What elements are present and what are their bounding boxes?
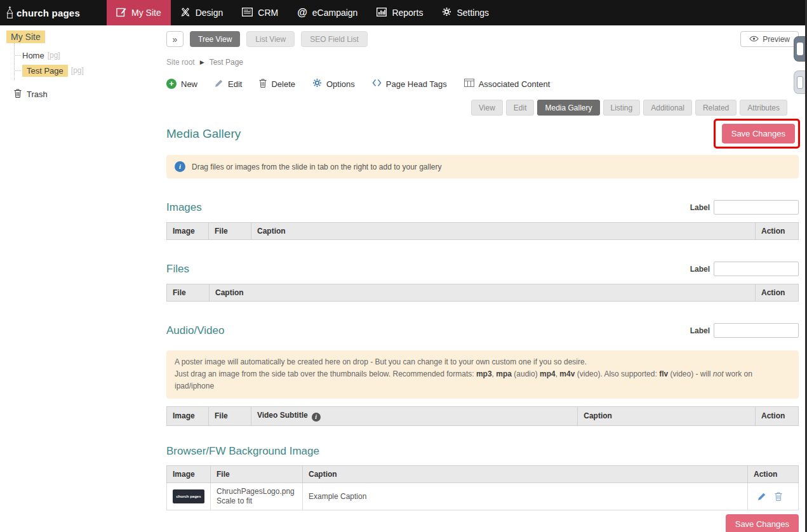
audio-video-label-input[interactable] xyxy=(714,323,799,338)
tab-additional[interactable]: Additional xyxy=(643,100,692,116)
save-changes-button-top[interactable]: Save Changes xyxy=(722,124,795,143)
list-view-button[interactable]: List View xyxy=(246,31,295,47)
tab-listing[interactable]: Listing xyxy=(603,100,641,116)
file-cell: ChruchPagesLogo.png Scale to fit xyxy=(211,482,303,510)
audio-video-label-text: Label xyxy=(690,326,710,335)
edit-button[interactable]: Edit xyxy=(215,79,242,90)
nav-crm[interactable]: CRM xyxy=(232,0,288,25)
col-video-subtitle: Video Subtitlei xyxy=(251,406,577,425)
tab-attributes[interactable]: Attributes xyxy=(740,100,787,116)
info-banner: i Drag files or images from the slide in… xyxy=(166,155,799,178)
tab-edit[interactable]: Edit xyxy=(506,100,535,116)
expand-panel-button[interactable]: » xyxy=(166,31,183,47)
associated-content-button[interactable]: Associated Content xyxy=(464,79,550,89)
reports-icon xyxy=(377,8,387,18)
trash-item[interactable]: Trash xyxy=(14,89,166,100)
col-file: File xyxy=(208,406,251,425)
files-label-text: Label xyxy=(690,265,710,274)
page-header: Media Gallery Save Changes xyxy=(166,124,799,143)
notice-line-2: Just drag an image from the side tab ove… xyxy=(175,368,790,392)
col-action: Action xyxy=(748,465,799,482)
images-heading: Images xyxy=(166,201,202,214)
settings-gear-icon xyxy=(442,7,451,18)
col-caption: Caption xyxy=(210,284,756,302)
delete-button[interactable]: Delete xyxy=(259,79,295,90)
nav-reports[interactable]: Reports xyxy=(367,0,432,25)
slide-in-tab-top[interactable] xyxy=(794,36,805,62)
my-site-icon xyxy=(116,7,126,19)
col-caption: Caption xyxy=(303,465,748,482)
nav-my-site[interactable]: My Site xyxy=(107,0,171,25)
col-action: Action xyxy=(756,223,799,240)
row-delete-trash-icon[interactable] xyxy=(775,492,782,501)
images-label-input[interactable] xyxy=(714,200,799,215)
row-edit-pencil-icon[interactable] xyxy=(757,492,766,501)
files-label-input[interactable] xyxy=(714,262,799,276)
thumbnail-cell: church pages xyxy=(167,482,211,510)
page-tabs: View Edit Media Gallery Listing Addition… xyxy=(166,100,799,116)
brand-logo: church pages xyxy=(0,6,107,20)
tree-view-button[interactable]: Tree View xyxy=(190,31,240,47)
sidebar-root-node[interactable]: My Site xyxy=(6,32,166,42)
breadcrumb-site-root[interactable]: Site root xyxy=(166,58,195,67)
tab-view[interactable]: View xyxy=(471,100,503,116)
page-action-bar: + New Edit Delete Options Page Head Tags… xyxy=(166,78,799,90)
design-icon xyxy=(180,7,190,19)
col-file: File xyxy=(209,223,251,240)
col-caption: Caption xyxy=(251,223,756,240)
files-table: File Caption Action xyxy=(166,284,799,302)
breadcrumb: Site root ▶ Test Page xyxy=(166,58,799,67)
page-head-tags-button[interactable]: Page Head Tags xyxy=(372,79,447,89)
tab-related[interactable]: Related xyxy=(695,100,737,116)
background-table: Image File Caption Action church pages C… xyxy=(166,465,799,510)
slide-in-tab-bottom[interactable] xyxy=(794,70,805,94)
pencil-icon xyxy=(215,79,223,90)
main-content: » Tree View List View SEO Field List Pre… xyxy=(166,25,805,532)
table-grid-icon xyxy=(464,79,474,89)
eye-icon xyxy=(749,35,759,44)
nav-settings[interactable]: Settings xyxy=(432,0,498,25)
tree-item-home[interactable]: Home [pg] xyxy=(0,48,166,63)
footer-save-row: Save Changes xyxy=(166,514,799,532)
save-changes-button-bottom[interactable]: Save Changes xyxy=(726,514,799,532)
page-title: Media Gallery xyxy=(166,127,241,141)
breadcrumb-current-page: Test Page xyxy=(210,58,243,67)
images-label-box: Label xyxy=(690,200,799,215)
view-toolbar: » Tree View List View SEO Field List Pre… xyxy=(166,31,799,47)
site-tree-sidebar: My Site Home [pg] Test Page [pg] Trash xyxy=(0,25,166,532)
files-section-header: Files Label xyxy=(166,262,799,276)
tree-item-test-page[interactable]: Test Page [pg] xyxy=(0,63,166,78)
file-name: ChruchPagesLogo.png xyxy=(217,487,297,496)
church-icon xyxy=(6,6,13,20)
action-cell xyxy=(748,482,799,510)
logo-thumbnail[interactable]: church pages xyxy=(173,489,204,503)
nav-ecampaign[interactable]: @ eCampaign xyxy=(288,0,367,25)
crm-icon xyxy=(242,8,253,18)
page-tree: Home [pg] Test Page [pg] xyxy=(0,48,166,78)
col-file: File xyxy=(167,284,210,302)
plus-icon: + xyxy=(166,79,177,89)
col-file: File xyxy=(211,465,303,482)
files-heading: Files xyxy=(166,263,189,276)
info-icon: i xyxy=(175,161,185,172)
options-button[interactable]: Options xyxy=(312,78,355,90)
background-heading: Browser/FW Background Image xyxy=(166,445,319,458)
video-subtitle-info-icon[interactable]: i xyxy=(312,413,321,422)
breadcrumb-arrow-icon: ▶ xyxy=(200,59,204,65)
new-button[interactable]: + New xyxy=(166,79,197,89)
audio-video-section-header: Audio/Video Label xyxy=(166,323,799,338)
background-section-header: Browser/FW Background Image xyxy=(166,445,799,458)
ecampaign-at-icon: @ xyxy=(297,8,307,18)
images-section-header: Images Label xyxy=(166,200,799,215)
nav-design[interactable]: Design xyxy=(171,0,233,25)
seo-field-list-button[interactable]: SEO Field List xyxy=(301,31,368,47)
col-caption: Caption xyxy=(578,406,756,425)
slide-tab-icon xyxy=(797,76,803,89)
images-label-text: Label xyxy=(690,203,710,212)
col-image: Image xyxy=(167,406,209,425)
preview-button[interactable]: Preview xyxy=(740,31,799,47)
files-label-box: Label xyxy=(690,262,799,276)
col-action: Action xyxy=(756,284,799,302)
tab-media-gallery[interactable]: Media Gallery xyxy=(537,100,599,116)
gear-icon xyxy=(312,78,322,90)
